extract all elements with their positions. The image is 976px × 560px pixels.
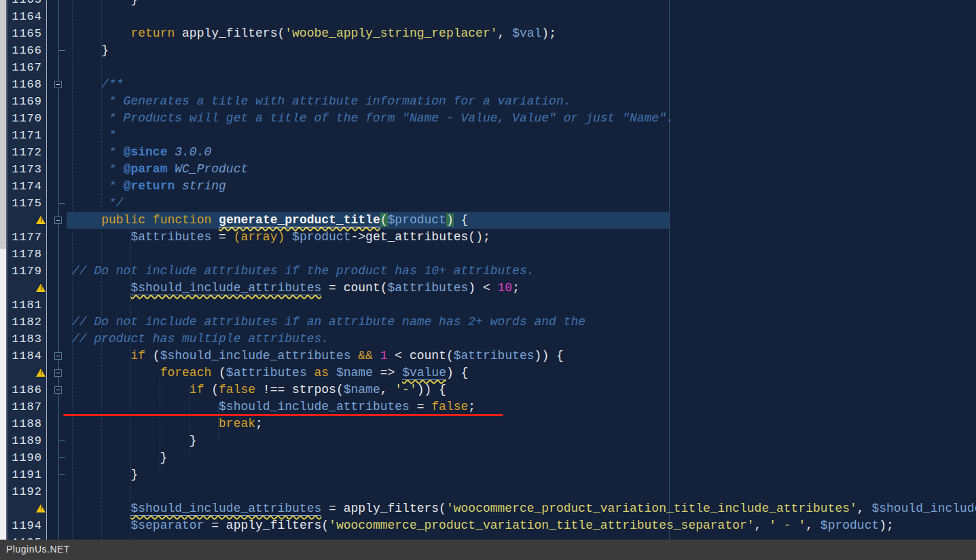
token-pln <box>72 230 130 244</box>
code-text: // Do not include attributes if the prod… <box>72 263 535 280</box>
token-pln <box>72 26 130 40</box>
code-line[interactable]: 1187 $should_include_attributes = false; <box>0 398 976 415</box>
token-pln: = apply_filters( <box>321 502 446 515</box>
token-var: $val <box>512 26 541 40</box>
fold-end-icon <box>58 458 65 458</box>
token-kw: break <box>219 417 255 430</box>
code-line[interactable]: 1190 } <box>0 449 976 466</box>
code-text: $separator = apply_filters('woocommerce_… <box>72 517 894 534</box>
code-line[interactable]: 1167 <box>0 59 976 76</box>
token-com: * <box>72 128 116 142</box>
code-line[interactable]: 1184 if ($should_include_attributes && 1… <box>0 348 976 365</box>
token-kw: public <box>101 213 145 227</box>
code-line[interactable]: 1179// Do not include attributes if the … <box>0 263 976 280</box>
token-com: // Do not include attributes if an attri… <box>72 315 585 329</box>
code-line[interactable]: 1164 <box>0 8 976 25</box>
token-pln: ) { <box>446 366 468 379</box>
code-text: * @return string <box>72 178 226 195</box>
code-line[interactable]: 1192 <box>0 483 976 500</box>
line-number[interactable]: 1166 <box>7 42 42 59</box>
line-number[interactable]: 1165 <box>7 25 42 42</box>
line-number[interactable]: 1194 <box>7 517 42 534</box>
code-line[interactable]: 1168 /** <box>0 76 976 93</box>
line-number[interactable]: 1171 <box>7 127 42 144</box>
token-tag: @return <box>124 179 175 193</box>
line-number[interactable]: 1169 <box>7 93 42 110</box>
code-line[interactable]: 1172 * @since 3.0.0 <box>0 144 976 161</box>
token-pln <box>373 349 380 362</box>
fold-end-icon <box>58 474 65 475</box>
code-line[interactable]: 1170 * Products will get a title of the … <box>0 110 976 127</box>
code-line[interactable]: 1174 * @return string <box>0 178 976 195</box>
line-number[interactable]: 1178 <box>7 246 42 263</box>
code-line[interactable]: 1186 if (false !== strpos($name, '-')) { <box>0 381 976 398</box>
line-number[interactable]: 1167 <box>7 59 42 76</box>
token-str: ' - ' <box>769 519 806 532</box>
fold-collapse-icon[interactable] <box>54 352 62 360</box>
code-text: if (false !== strpos($name, '-')) { <box>72 381 446 398</box>
token-pln <box>72 400 219 413</box>
line-number[interactable]: 1172 <box>7 144 42 161</box>
fold-collapse-icon[interactable] <box>54 386 62 394</box>
code-line[interactable]: ! foreach ($attributes as $name => $valu… <box>0 365 976 381</box>
token-pln: } <box>72 468 138 481</box>
code-line[interactable]: 1175 */ <box>0 195 976 212</box>
token-num: 1 <box>380 349 388 362</box>
line-number[interactable]: 1191 <box>7 466 42 483</box>
token-pln: } <box>72 451 167 464</box>
code-line[interactable]: 1171 * <box>0 127 976 144</box>
code-line[interactable]: 1165 return apply_filters('woobe_apply_s… <box>0 25 976 42</box>
line-number[interactable]: 1183 <box>7 331 42 348</box>
code-line[interactable]: 1189 } <box>0 432 976 449</box>
token-pln <box>211 213 219 227</box>
line-number[interactable]: 1173 <box>7 161 42 178</box>
line-number[interactable]: 1168 <box>7 76 42 93</box>
line-number[interactable]: 1181 <box>7 297 42 314</box>
code-line[interactable]: ! $should_include_attributes = apply_fil… <box>0 500 976 517</box>
code-line[interactable]: 1166 } <box>0 42 976 59</box>
line-number[interactable]: 1186 <box>7 381 42 398</box>
line-number[interactable]: 1175 <box>7 195 42 212</box>
line-number[interactable]: 1163 <box>7 0 42 8</box>
line-number[interactable]: 1164 <box>7 8 42 25</box>
token-var: $attributes <box>130 230 211 244</box>
token-com: * <box>72 162 124 176</box>
line-number[interactable]: 1187 <box>7 398 42 415</box>
line-number[interactable]: 1170 <box>7 110 42 127</box>
token-pln: ; <box>255 417 263 430</box>
token-com: /** <box>72 77 124 91</box>
code-line[interactable]: 1188 break; <box>0 415 976 432</box>
line-number[interactable]: 1192 <box>7 483 42 500</box>
code-line[interactable]: ! public function generate_product_title… <box>0 212 976 229</box>
line-number[interactable]: 1179 <box>7 263 42 280</box>
code-line[interactable]: 1173 * @param WC_Product <box>0 161 976 178</box>
line-number[interactable]: 1184 <box>7 348 42 365</box>
code-line[interactable]: 1181 <box>0 297 976 314</box>
fold-collapse-icon[interactable] <box>54 81 62 88</box>
token-com: * Generates a title with attribute infor… <box>72 94 571 108</box>
code-line[interactable]: 1182// Do not include attributes if an a… <box>0 314 976 331</box>
token-pln: )) { <box>417 383 446 396</box>
code-line[interactable]: 1163 } <box>0 0 976 8</box>
code-line[interactable]: 1194 $separator = apply_filters('woocomm… <box>0 517 976 534</box>
line-number[interactable]: 1189 <box>7 432 42 449</box>
code-area[interactable]: 1163 }11641165 return apply_filters('woo… <box>0 0 976 560</box>
code-line[interactable]: 1191 } <box>0 466 976 483</box>
code-line[interactable]: ! $should_include_attributes = count($at… <box>0 280 976 297</box>
code-line[interactable]: 1169 * Generates a title with attribute … <box>0 93 976 110</box>
token-var: $name <box>344 383 380 396</box>
code-line[interactable]: 1177 $attributes = (array) $product->get… <box>0 229 976 246</box>
code-editor-window: 1163 }11641165 return apply_filters('woo… <box>0 0 976 560</box>
token-pln: ( <box>204 383 219 396</box>
fold-collapse-icon[interactable] <box>54 217 62 224</box>
token-kw: if <box>130 349 145 362</box>
line-number[interactable]: 1188 <box>7 415 42 432</box>
line-number[interactable]: 1177 <box>7 229 42 246</box>
line-number[interactable]: 1174 <box>7 178 42 195</box>
token-str: 'woocommerce_product_variation_title_att… <box>329 519 755 532</box>
code-line[interactable]: 1178 <box>0 246 976 263</box>
fold-collapse-icon[interactable] <box>54 369 62 377</box>
line-number[interactable]: 1190 <box>7 449 42 466</box>
line-number[interactable]: 1182 <box>7 314 42 331</box>
code-line[interactable]: 1183// product has multiple attributes. <box>0 331 976 348</box>
